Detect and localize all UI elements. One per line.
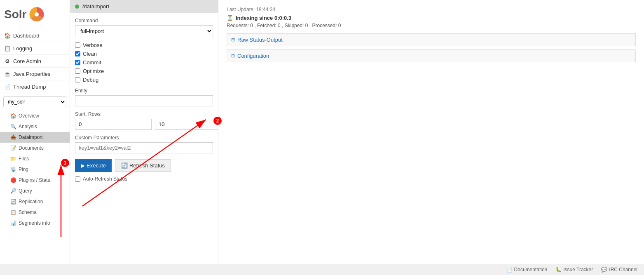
debug-label: Debug [83, 77, 98, 83]
java-properties-icon: ☕ [4, 71, 11, 77]
core-nav-analysis[interactable]: 🔍 Analysis [0, 121, 70, 132]
irc-channel-link[interactable]: 💬 IRC Channel [601, 267, 637, 273]
auto-refresh-label: Auto-Refresh Status [83, 176, 127, 182]
auto-refresh-checkbox[interactable] [75, 176, 80, 182]
svg-point-0 [35, 12, 39, 16]
custom-params-input[interactable] [75, 142, 213, 153]
custom-params-group: Custom Parameters [75, 135, 213, 153]
core-nav-files[interactable]: 📁 Files [0, 153, 70, 164]
custom-params-label: Custom Parameters [75, 135, 213, 141]
sidebar-item-thread-dump[interactable]: 📄 Thread Dump [0, 80, 70, 93]
debug-checkbox[interactable] [75, 77, 80, 82]
annotation-badge-1: 1 [61, 159, 69, 167]
verbose-checkbox[interactable] [75, 42, 80, 48]
entity-input[interactable] [75, 95, 213, 106]
optimize-checkbox[interactable] [75, 68, 80, 74]
commit-label: Commit [83, 59, 101, 66]
commit-checkbox-group: Commit [75, 59, 213, 66]
core-nav-query[interactable]: 🔎 Query [0, 186, 70, 196]
logging-icon: 📋 [4, 45, 11, 52]
configuration-section: ⊟ Configuration [227, 49, 636, 62]
row-inputs [75, 119, 213, 130]
core-nav-overview[interactable]: 🏠 Overview [0, 110, 70, 121]
debug-checkbox-group: Debug [75, 77, 213, 83]
button-row: ▶ Execute 🔄 Refresh Status [75, 159, 213, 172]
auto-refresh-group: Auto-Refresh Status [75, 176, 213, 182]
core-nav-segments[interactable]: 📊 Segments info [0, 218, 70, 228]
status-header: Last Update: 18:44:34 ⏳ Indexing since 0… [227, 7, 636, 28]
sidebar-item-logging[interactable]: 📋 Logging [0, 42, 70, 55]
core-nav-documents[interactable]: 📝 Documents [0, 143, 70, 153]
optimize-label: Optimize [83, 68, 104, 74]
core-select-dropdown[interactable]: my_solr [3, 96, 66, 107]
logo-text: Solr [4, 8, 26, 21]
panel-title: /dataimport [82, 3, 109, 9]
command-select[interactable]: full-import delta-import status reload-c… [75, 26, 213, 37]
raw-status-section: ⊟ Raw Status-Output [227, 33, 636, 46]
dataimport-panel: /dataimport Command full-import delta-im… [70, 0, 218, 264]
footer: 📄 Documentation 🐛 Issue Tracker 💬 IRC Ch… [0, 264, 644, 275]
command-label: Command [75, 18, 213, 24]
irc-icon: 💬 [601, 267, 607, 273]
core-nav-replication[interactable]: 🔄 Replication [0, 196, 70, 207]
panel-header: /dataimport [70, 0, 218, 13]
configuration-header[interactable]: ⊟ Configuration [227, 50, 635, 62]
documentation-link[interactable]: 📄 Documentation [506, 267, 548, 273]
status-panel: Last Update: 18:44:34 ⏳ Indexing since 0… [218, 0, 644, 264]
logo-area: Solr [0, 0, 70, 29]
start-rows-group: Start, Rows [75, 111, 213, 130]
status-dot [75, 5, 79, 9]
issue-tracker-link[interactable]: 🐛 Issue Tracker [555, 267, 593, 273]
execute-icon: ▶ [81, 162, 85, 169]
last-update: Last Update: 18:44:34 [227, 7, 636, 12]
checkboxes-group: Verbose Clean Commit [75, 42, 213, 83]
expand-icon-config: ⊟ [231, 53, 235, 59]
sidebar-item-dashboard[interactable]: 🏠 Dashboard [0, 29, 70, 42]
raw-status-header[interactable]: ⊟ Raw Status-Output [227, 34, 635, 46]
refresh-status-button[interactable]: 🔄 Refresh Status [115, 159, 171, 172]
global-nav: 🏠 Dashboard 📋 Logging ⚙ Core Admin ☕ Jav… [0, 29, 70, 93]
core-admin-icon: ⚙ [4, 58, 11, 64]
execute-button[interactable]: ▶ Execute [75, 159, 112, 172]
commit-checkbox[interactable] [75, 60, 80, 65]
verbose-checkbox-group: Verbose [75, 42, 213, 48]
start-rows-label: Start, Rows [75, 111, 213, 117]
entity-group: Entity [75, 88, 213, 106]
solr-logo-icon [28, 6, 45, 23]
requests-info: Requests: 0 , Fetched: 0 , Skipped: 0 , … [227, 23, 636, 28]
core-nav-ping[interactable]: 📡 Ping [0, 164, 70, 175]
documentation-icon: 📄 [506, 267, 513, 273]
content-area: /dataimport Command full-import delta-im… [70, 0, 644, 264]
core-selector[interactable]: my_solr [3, 96, 66, 107]
sidebar-item-core-admin[interactable]: ⚙ Core Admin [0, 55, 70, 68]
clean-checkbox-group: Clean [75, 51, 213, 57]
entity-label: Entity [75, 88, 213, 94]
core-nav-dataimport[interactable]: 📥 Dataimport [0, 132, 70, 143]
verbose-label: Verbose [83, 42, 103, 48]
thread-dump-icon: 📄 [4, 83, 11, 90]
issue-tracker-icon: 🐛 [555, 267, 562, 273]
start-input[interactable] [75, 119, 152, 130]
indexing-status: ⏳ Indexing since 0:0:0.3 [227, 15, 636, 21]
core-nav-schema[interactable]: 📋 Schema [0, 207, 70, 218]
annotation-badge-2: 2 [213, 117, 222, 125]
clean-checkbox[interactable] [75, 51, 80, 56]
expand-icon-raw: ⊟ [231, 37, 235, 42]
core-nav: 🏠 Overview 🔍 Analysis 📥 Dataimport 📝 Doc… [0, 110, 70, 228]
sidebar: Solr 🏠 Dashboard [0, 0, 70, 264]
clean-label: Clean [83, 51, 97, 57]
optimize-checkbox-group: Optimize [75, 68, 213, 74]
indexing-icon: ⏳ [227, 15, 233, 21]
core-nav-plugins[interactable]: 🔴 Plugins / Stats [0, 175, 70, 186]
sidebar-item-java-properties[interactable]: ☕ Java Properties [0, 68, 70, 80]
command-group: Command full-import delta-import status … [75, 18, 213, 37]
panel-body: Command full-import delta-import status … [70, 13, 218, 187]
refresh-icon: 🔄 [121, 162, 128, 169]
dashboard-icon: 🏠 [4, 32, 11, 39]
